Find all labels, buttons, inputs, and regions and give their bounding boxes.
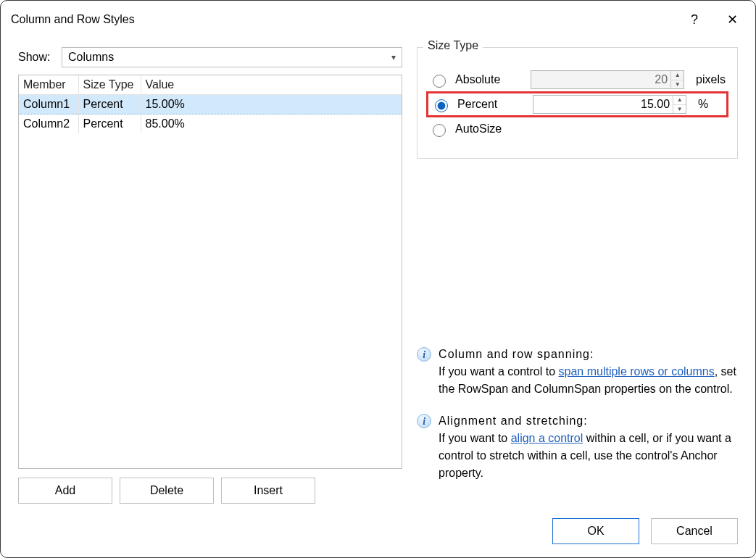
absolute-spinner: 20 ▲▼ [531, 70, 684, 89]
spinner-arrows-icon: ▲▼ [670, 71, 684, 88]
absolute-suffix: pixels [696, 73, 726, 86]
help-button[interactable]: ? [684, 9, 705, 30]
align-link[interactable]: align a control [511, 432, 583, 444]
cell-member: Column1 [19, 95, 78, 114]
info-icon: i [417, 414, 431, 428]
absolute-radio[interactable] [433, 75, 446, 88]
add-button[interactable]: Add [18, 478, 112, 504]
insert-button[interactable]: Insert [221, 478, 315, 504]
cell-value: 15.00% [141, 95, 402, 114]
autosize-row: AutoSize [429, 116, 726, 142]
info-alignment: i Alignment and stretching: If you want … [417, 412, 738, 482]
percent-suffix: % [698, 98, 708, 111]
table-row[interactable]: Column2 Percent 85.00% [19, 114, 402, 134]
sizetype-group: Size Type Absolute 20 ▲▼ pixels Percent … [417, 47, 738, 159]
col-header-member[interactable]: Member [19, 75, 78, 95]
info-align-prefix: If you want to [439, 432, 511, 444]
info-span-heading: Column and row spanning: [439, 348, 594, 360]
show-label: Show: [18, 51, 62, 64]
table-row[interactable]: Column1 Percent 15.00% [19, 95, 402, 114]
autosize-radio[interactable] [433, 124, 446, 137]
cell-member: Column2 [19, 114, 78, 134]
show-selected: Columns [68, 51, 114, 64]
dialog-footer: OK Cancel [1, 511, 755, 557]
info-icon: i [417, 347, 431, 362]
ok-button[interactable]: OK [552, 518, 639, 544]
percent-spinner[interactable]: 15.00 ▲▼ [533, 95, 686, 114]
percent-value: 15.00 [533, 98, 673, 111]
cancel-button[interactable]: Cancel [651, 518, 738, 544]
percent-label: Percent [457, 98, 526, 111]
absolute-value: 20 [531, 73, 670, 86]
dialog: Column and Row Styles ? ✕ Show: Columns … [0, 0, 756, 558]
titlebar: Column and Row Styles ? ✕ [1, 1, 755, 33]
absolute-label: Absolute [455, 73, 523, 86]
absolute-row: Absolute 20 ▲▼ pixels [429, 67, 726, 93]
chevron-down-icon: ▾ [391, 52, 396, 62]
info-align-heading: Alignment and stretching: [439, 415, 588, 427]
percent-radio[interactable] [435, 99, 448, 112]
percent-row: Percent 15.00 ▲▼ % [426, 91, 728, 117]
autosize-label: AutoSize [455, 122, 523, 136]
dialog-title: Column and Row Styles [11, 13, 135, 26]
cell-sizetype: Percent [78, 95, 141, 114]
sizetype-legend: Size Type [423, 39, 483, 52]
cell-sizetype: Percent [78, 114, 141, 134]
spinner-arrows-icon[interactable]: ▲▼ [673, 96, 686, 113]
cell-value: 85.00% [141, 114, 402, 134]
members-grid[interactable]: Member Size Type Value Column1 Percent 1… [18, 75, 402, 469]
span-link[interactable]: span multiple rows or columns [559, 365, 715, 378]
info-span-prefix: If you want a control to [439, 365, 558, 378]
info-spanning: i Column and row spanning: If you want a… [417, 346, 738, 398]
col-header-sizetype[interactable]: Size Type [78, 75, 141, 95]
delete-button[interactable]: Delete [120, 478, 214, 504]
show-combobox[interactable]: Columns ▾ [62, 47, 402, 67]
close-button[interactable]: ✕ [720, 9, 745, 30]
col-header-value[interactable]: Value [141, 75, 402, 95]
